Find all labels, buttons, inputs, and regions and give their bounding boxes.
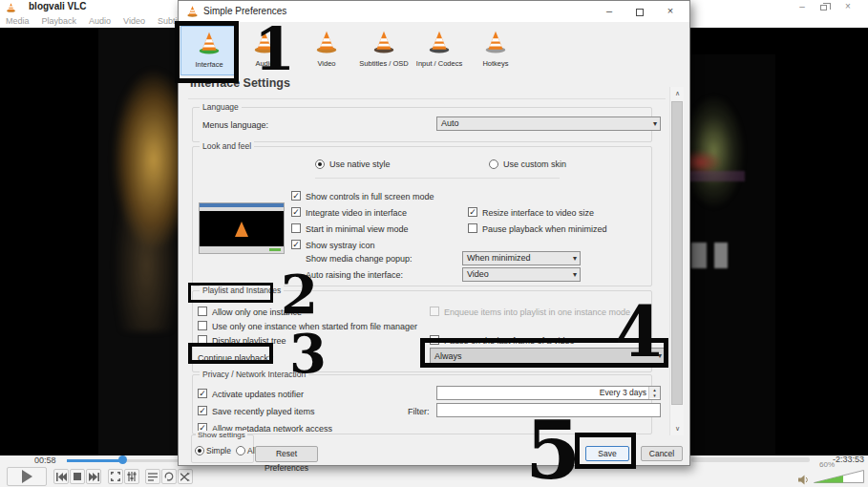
radio-native-style[interactable] (315, 159, 325, 169)
hotkeys-cone-icon (483, 29, 508, 53)
fullscreen-button[interactable] (108, 469, 123, 484)
reset-preferences-button[interactable]: Reset Preferences (255, 446, 318, 462)
extended-settings-button[interactable] (124, 469, 139, 484)
speaker-icon (798, 472, 809, 487)
playlist-icon (148, 473, 158, 481)
toolbar-item-input-codecs[interactable]: Input / Codecs (411, 26, 468, 75)
video-frame-detail (691, 243, 707, 268)
privacy-network-group: Privacy / Network Interaction ✓ Activate… (192, 374, 652, 434)
divider (188, 98, 666, 99)
auto-raise-label: Auto raising the interface: (306, 270, 403, 280)
dialog-close-button[interactable]: × (661, 3, 680, 19)
annotation-step-3: 3 (289, 327, 327, 380)
checkbox-systray-icon[interactable]: ✓ (291, 240, 301, 249)
annotation-step-4: 4 (615, 298, 663, 367)
vlc-application: blogvali VLC – × Media Playback Audio Vi… (0, 0, 868, 487)
checkbox-updates-notifier[interactable]: ✓ (198, 389, 207, 398)
seek-track-right[interactable] (691, 457, 810, 462)
shuffle-button[interactable] (178, 469, 193, 484)
auto-raise-select[interactable]: Video ▾ (462, 267, 581, 282)
divider (315, 178, 560, 179)
main-window-title: blogvali VLC (29, 1, 87, 11)
menu-audio[interactable]: Audio (89, 16, 111, 26)
video-frame-figure (95, 54, 183, 331)
checkbox-integrate-video[interactable]: ✓ (291, 207, 301, 217)
annotation-box-playlist-instances (188, 283, 273, 303)
media-change-popup-label: Show media change popup: (306, 254, 413, 264)
filter-label: Filter: (408, 407, 430, 416)
vlc-cone-icon (235, 222, 248, 237)
spinner-buttons[interactable]: ▴▾ (648, 387, 660, 399)
equalizer-icon (127, 472, 137, 481)
dialog-maximize-button[interactable] (630, 3, 649, 19)
video-frame-detail (714, 243, 728, 268)
dialog-scrollbar[interactable]: ∧ ∨ (669, 87, 684, 435)
play-icon (22, 470, 32, 483)
chevron-down-icon: ▾ (573, 252, 577, 265)
toolbar-item-hotkeys[interactable]: Hotkeys (467, 26, 524, 75)
checkbox-one-instance[interactable] (198, 307, 207, 316)
radio-all[interactable] (236, 446, 245, 455)
annotation-step-5: 5 (525, 411, 581, 487)
radio-simple[interactable] (195, 446, 204, 455)
menu-media[interactable]: Media (6, 16, 30, 26)
vlc-cone-icon (186, 5, 199, 17)
annotation-box-continue-playback (188, 343, 273, 364)
annotation-step-1: 1 (254, 20, 295, 79)
chevron-down-icon: ▾ (573, 268, 577, 281)
main-minimize-button[interactable]: – (794, 0, 811, 13)
radio-custom-skin[interactable] (489, 159, 498, 169)
toolbar-item-video[interactable]: Video (298, 26, 355, 75)
previous-icon (56, 473, 67, 481)
loop-icon (164, 472, 174, 481)
checkbox-fullscreen-controls[interactable]: ✓ (291, 191, 301, 201)
menu-playback[interactable]: Playback (42, 16, 77, 26)
stop-icon (74, 473, 81, 480)
checkbox-pause-minimized[interactable] (468, 223, 477, 233)
look-and-feel-group: Look and feel Use native style Use custo… (192, 146, 652, 286)
previous-button[interactable] (53, 469, 69, 484)
input-codecs-cone-icon (427, 29, 452, 53)
checkbox-save-recent[interactable]: ✓ (198, 406, 207, 415)
seek-progress (67, 459, 122, 462)
interface-preview-thumbnail (199, 202, 285, 254)
maximize-icon (636, 9, 644, 16)
menus-language-select[interactable]: Auto ▾ (436, 116, 661, 131)
playlist-button[interactable] (145, 469, 160, 484)
spin-down-icon[interactable]: ▾ (649, 392, 660, 398)
subtitles-cone-icon (371, 29, 396, 53)
stop-button[interactable] (70, 469, 85, 484)
annotation-box-save (575, 433, 636, 469)
show-settings-group: Show settings Simple All (191, 434, 254, 463)
fullscreen-icon (111, 472, 120, 481)
updates-interval-spinner[interactable]: Every 3 days ▴▾ (436, 386, 661, 400)
scroll-up-icon[interactable]: ∧ (670, 87, 685, 100)
volume-slider[interactable] (814, 470, 864, 487)
play-button[interactable] (7, 467, 47, 486)
annotation-step-2: 2 (281, 267, 318, 321)
scroll-down-icon[interactable]: ∨ (670, 422, 685, 435)
main-restore-button[interactable] (815, 0, 832, 13)
loop-button[interactable] (161, 469, 177, 484)
menus-language-label: Menus language: (202, 120, 268, 130)
next-icon (89, 473, 99, 481)
volume-percent: 60% (819, 460, 835, 469)
scrollbar-thumb[interactable] (671, 101, 683, 405)
seek-handle[interactable] (118, 455, 127, 464)
cancel-button[interactable]: Cancel (641, 446, 683, 461)
player-controls-row: 60% (0, 466, 868, 487)
chevron-down-icon: ▾ (653, 117, 657, 130)
checkbox-minimal-view[interactable] (291, 223, 301, 233)
menu-video[interactable]: Video (123, 16, 145, 26)
checkbox-resize-interface[interactable]: ✓ (468, 207, 477, 217)
next-button[interactable] (86, 469, 101, 484)
elapsed-time: 00:58 (34, 455, 56, 465)
language-group: Language Menus language: Auto ▾ (192, 107, 652, 142)
toolbar-item-subtitles-osd[interactable]: Subtitles / OSD (355, 26, 413, 75)
dialog-minimize-button[interactable]: – (600, 3, 619, 19)
media-change-popup-select[interactable]: When minimized ▾ (462, 251, 581, 265)
vlc-logo-icon (6, 2, 16, 12)
checkbox-one-instance-file-manager[interactable] (198, 321, 207, 330)
shuffle-icon (180, 473, 190, 481)
main-close-button[interactable]: × (839, 0, 857, 13)
